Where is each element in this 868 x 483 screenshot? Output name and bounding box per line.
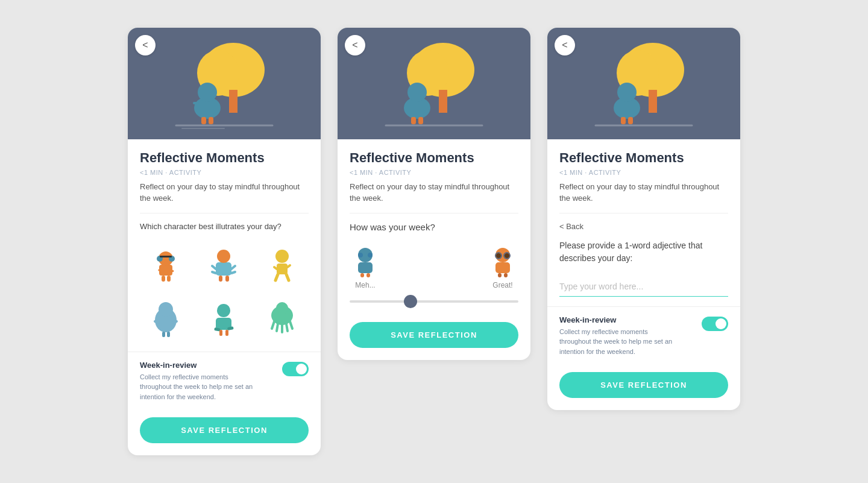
card-1-save-button[interactable]: SAVE REFLECTION: [140, 417, 309, 443]
card-1-title: Reflective Moments: [140, 150, 309, 166]
mood-min-label: Meh...: [355, 281, 375, 289]
svg-line-50: [286, 324, 288, 331]
character-item-1[interactable]: [140, 239, 192, 288]
card-2-desc: Reflect on your day to stay mindful thro…: [350, 181, 518, 204]
mood-section: How was your week? Meh...: [350, 222, 518, 315]
svg-line-23: [231, 266, 235, 269]
svg-point-78: [617, 83, 637, 102]
character-item-4[interactable]: [140, 294, 192, 342]
card-3-body: Reflective Moments <1 MIN · ACTIVITY Ref…: [547, 139, 740, 306]
card-2-title: Reflective Moments: [350, 150, 518, 166]
card-2-divider: [350, 213, 518, 213]
card-3-illustration: [583, 37, 704, 130]
svg-rect-6: [201, 117, 206, 124]
card-3-week-review-text: Week-in-review Collect my reflective mom…: [559, 315, 680, 357]
card-3-back-link[interactable]: < Back: [559, 222, 728, 231]
card-1-image: <: [128, 28, 321, 139]
svg-line-29: [274, 267, 277, 269]
svg-rect-19: [216, 262, 231, 276]
svg-point-4: [198, 83, 217, 102]
card-1-illustration: [164, 37, 285, 130]
card-1-body: Reflective Moments <1 MIN · ACTIVITY Ref…: [128, 139, 321, 352]
mood-max-label: Great!: [492, 281, 512, 289]
svg-rect-25: [219, 276, 222, 282]
character-item-6[interactable]: [256, 294, 309, 342]
card-1-desc: Reflect on your day to stay mindful thro…: [140, 181, 309, 204]
svg-point-62: [358, 253, 363, 257]
svg-rect-79: [621, 117, 626, 124]
card-3-save-button[interactable]: SAVE REFLECTION: [559, 372, 728, 398]
svg-line-36: [173, 321, 177, 323]
svg-line-31: [275, 274, 278, 280]
svg-line-22: [212, 272, 216, 273]
svg-rect-76: [649, 90, 657, 113]
mood-slider[interactable]: [350, 300, 518, 303]
svg-point-40: [217, 304, 230, 317]
svg-point-68: [496, 253, 501, 258]
cards-container: < Reflective Moment: [18, 28, 850, 456]
mood-question: How was your week?: [350, 222, 518, 232]
card-1-characters-grid: [140, 239, 309, 342]
svg-rect-27: [277, 264, 288, 274]
card-2-illustration: [374, 37, 494, 130]
card-1: < Reflective Moment: [128, 28, 321, 456]
svg-rect-73: [504, 273, 508, 277]
card-3-title: Reflective Moments: [559, 150, 728, 166]
card-3-toggle[interactable]: [702, 317, 728, 331]
svg-rect-44: [225, 330, 228, 336]
svg-line-24: [231, 272, 235, 273]
card-2-body: Reflective Moments <1 MIN · ACTIVITY Ref…: [338, 139, 530, 315]
svg-line-47: [272, 321, 274, 329]
svg-line-30: [288, 265, 290, 267]
card-3-week-review-title: Week-in-review: [559, 315, 680, 324]
svg-rect-16: [167, 276, 171, 282]
card-1-week-review-text: Week-in-review Collect my reflective mom…: [140, 361, 260, 402]
card-1-divider: [140, 213, 309, 213]
svg-rect-80: [628, 117, 633, 124]
svg-rect-15: [162, 276, 165, 282]
card-2-image: <: [338, 28, 530, 139]
svg-rect-61: [358, 262, 373, 273]
svg-line-51: [290, 321, 292, 329]
card-3: < Reflective Moments <1 MIN · ACTIVITY R…: [547, 28, 740, 411]
svg-line-21: [212, 266, 216, 269]
svg-rect-64: [360, 273, 364, 277]
svg-rect-54: [439, 90, 447, 113]
character-item-5[interactable]: [198, 294, 251, 342]
card-3-back-button[interactable]: <: [555, 35, 575, 55]
svg-rect-7: [209, 117, 213, 124]
svg-line-48: [277, 324, 278, 331]
svg-rect-5: [193, 102, 199, 104]
svg-line-32: [286, 274, 289, 280]
svg-rect-57: [411, 117, 416, 124]
card-3-desc: Reflect on your day to stay mindful thro…: [559, 181, 728, 204]
card-1-week-review-desc: Collect my reflective moments throughout…: [140, 372, 260, 402]
card-3-week-review: Week-in-review Collect my reflective mom…: [547, 306, 740, 365]
card-1-week-review: Week-in-review Collect my reflective mom…: [128, 352, 321, 411]
word-input[interactable]: [559, 277, 728, 297]
slider-container: [350, 294, 518, 305]
svg-rect-65: [366, 273, 370, 277]
card-2-save-button[interactable]: SAVE REFLECTION: [350, 322, 518, 348]
svg-point-28: [275, 250, 289, 263]
svg-rect-14: [160, 256, 172, 257]
card-2-back-button[interactable]: <: [345, 35, 365, 55]
card-1-toggle[interactable]: [282, 362, 309, 376]
mood-char-sad: Meh...: [350, 244, 381, 289]
svg-line-35: [155, 321, 159, 323]
character-item-2[interactable]: [198, 239, 251, 288]
svg-rect-37: [162, 332, 165, 337]
svg-point-34: [159, 302, 173, 317]
svg-point-46: [276, 302, 288, 314]
svg-rect-72: [498, 273, 502, 277]
character-item-3[interactable]: [256, 239, 309, 288]
word-prompt: Please provide a 1-word adjective that d…: [559, 239, 728, 265]
card-2: < Reflective Moments <1 MIN · ACTIVITY R…: [338, 28, 530, 360]
svg-rect-43: [219, 330, 222, 336]
card-3-meta: <1 MIN · ACTIVITY: [559, 169, 728, 176]
card-1-back-button[interactable]: <: [135, 35, 156, 55]
svg-point-56: [407, 83, 427, 102]
svg-rect-2: [229, 90, 237, 113]
svg-rect-38: [167, 332, 170, 337]
svg-rect-58: [418, 117, 423, 124]
